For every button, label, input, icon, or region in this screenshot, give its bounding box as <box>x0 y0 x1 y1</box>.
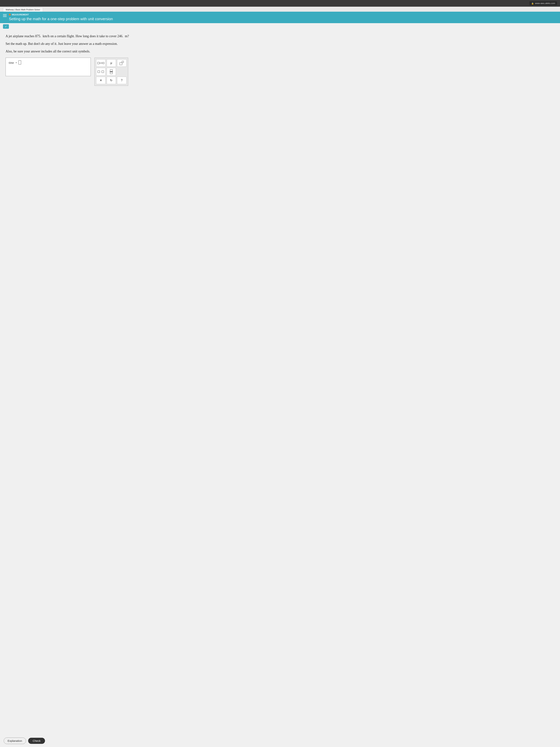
lock-icon: 🔒 <box>531 2 534 5</box>
header-category: MEASUREMENT <box>9 14 557 16</box>
category-dot <box>9 14 11 16</box>
header-content: MEASUREMENT Setting up the math for a on… <box>9 14 557 21</box>
fraction-button[interactable] <box>107 68 116 76</box>
frac-top <box>110 70 113 71</box>
category-text: MEASUREMENT <box>12 14 29 16</box>
url-bar[interactable]: 🔒 www-awu.aleks.com <box>529 1 557 5</box>
browser-chrome: 🔒 www-awu.aleks.com <box>0 0 560 7</box>
problem-line3: Also, be sure your answer includes all t… <box>5 49 555 54</box>
tab-label: Mathway | Basic Math Problem Solver <box>6 8 40 11</box>
explanation-button[interactable]: Explanation <box>4 738 26 744</box>
math-toolbar: x10 μ · <box>95 58 128 86</box>
dot-multiply-button[interactable]: · <box>96 68 106 76</box>
mu-button[interactable]: μ <box>107 59 116 67</box>
answer-equals: = <box>16 60 17 65</box>
hamburger-menu-icon[interactable] <box>3 14 7 17</box>
x10-button[interactable]: x10 <box>96 59 106 67</box>
url-text: www-awu.aleks.com <box>535 2 555 5</box>
content-area: A jet airplane reaches 875. km/h on a ce… <box>0 30 560 735</box>
browser-tab[interactable]: Mathway | Basic Math Problem Solver <box>3 7 43 12</box>
frac-bottom <box>110 72 113 74</box>
problem-line2: Set the math up. But don't do any of it.… <box>5 41 555 47</box>
help-symbol: ? <box>121 79 123 82</box>
undo-button[interactable]: ↻ <box>107 77 116 84</box>
frac-line <box>110 72 113 72</box>
text-cursor <box>19 60 21 65</box>
answer-input-box[interactable]: time = <box>5 58 91 76</box>
tab-bar: Mathway | Basic Math Problem Solver <box>0 7 560 12</box>
collapse-button[interactable]: ✓ <box>3 24 9 29</box>
bottom-bar: Explanation Check <box>0 735 560 747</box>
answer-label: time <box>9 60 14 65</box>
squared-button[interactable] <box>117 59 127 67</box>
main-page: MEASUREMENT Setting up the math for a on… <box>0 12 560 747</box>
chevron-row: ✓ <box>0 23 560 30</box>
problem-line1: A jet airplane reaches 875. km/h on a ce… <box>5 33 555 39</box>
dot-mul-right-square <box>102 71 104 73</box>
cross-symbol: ✕ <box>100 79 102 82</box>
dot-mul-left-square <box>98 71 100 73</box>
cross-button[interactable]: ✕ <box>96 77 106 84</box>
mu-symbol: μ <box>110 61 112 65</box>
answer-area: time = x10 μ <box>5 58 555 86</box>
check-button[interactable]: Check <box>28 738 45 744</box>
header: MEASUREMENT Setting up the math for a on… <box>0 12 560 23</box>
help-button[interactable]: ? <box>117 77 127 84</box>
undo-icon: ↻ <box>110 79 112 82</box>
header-title: Setting up the math for a one-step probl… <box>9 17 557 21</box>
